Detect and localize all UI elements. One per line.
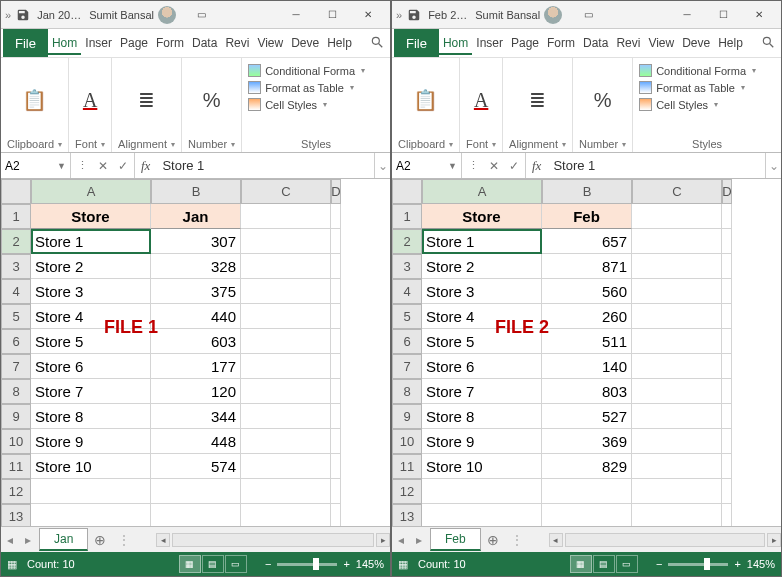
scroll-left-icon[interactable]: ◂	[549, 533, 563, 547]
cell-b8[interactable]: 120	[151, 379, 241, 404]
cell-13-2[interactable]	[241, 504, 331, 526]
cell-c9[interactable]	[632, 404, 722, 429]
cell-a10[interactable]: Store 9	[31, 429, 151, 454]
name-box[interactable]: ▼	[1, 153, 71, 178]
sheet-grid[interactable]: ABCD1StoreJan2Store 13073Store 23284Stor…	[1, 179, 341, 526]
row-header-7[interactable]: 7	[1, 354, 31, 379]
row-header-4[interactable]: 4	[1, 279, 31, 304]
cell-13-3[interactable]	[722, 504, 732, 526]
clipboard-icon[interactable]: 📋	[22, 88, 47, 112]
cell-d9[interactable]	[331, 404, 341, 429]
cell-b6[interactable]: 511	[542, 329, 632, 354]
header-month[interactable]: Jan	[151, 204, 241, 229]
cell-b2[interactable]: 657	[542, 229, 632, 254]
cell-d3[interactable]	[331, 254, 341, 279]
ribbon-tab-deve[interactable]: Deve	[287, 31, 323, 55]
fx-icon[interactable]: fx	[526, 158, 547, 174]
cell-a8[interactable]: Store 7	[31, 379, 151, 404]
row-header-11[interactable]: 11	[392, 454, 422, 479]
scroll-right-icon[interactable]: ▸	[767, 533, 781, 547]
qat-dots-icon[interactable]: »	[396, 9, 402, 21]
font-icon[interactable]: A	[83, 89, 97, 112]
col-header-C[interactable]: C	[241, 179, 331, 204]
cell-c4[interactable]	[241, 279, 331, 304]
ribbon-tab-hom[interactable]: Hom	[48, 31, 81, 55]
cell-d6[interactable]	[331, 329, 341, 354]
dots-icon[interactable]: ⋮	[468, 159, 479, 172]
cell-12-3[interactable]	[331, 479, 341, 504]
sheet-nav-next-icon[interactable]: ▸	[19, 527, 37, 552]
dots-icon[interactable]: ⋮	[77, 159, 88, 172]
cell-c8[interactable]	[241, 379, 331, 404]
cell-a6[interactable]: Store 5	[31, 329, 151, 354]
row-header-10[interactable]: 10	[1, 429, 31, 454]
cell-d5[interactable]	[331, 304, 341, 329]
cell-a3[interactable]: Store 2	[31, 254, 151, 279]
cell-a4[interactable]: Store 3	[31, 279, 151, 304]
formula-expand-icon[interactable]: ⌄	[765, 153, 781, 178]
row-header-2[interactable]: 2	[392, 229, 422, 254]
cell-d9[interactable]	[722, 404, 732, 429]
formula-input[interactable]: Store 1	[156, 153, 374, 178]
cell-13-3[interactable]	[331, 504, 341, 526]
cell-b4[interactable]: 375	[151, 279, 241, 304]
cell-d5[interactable]	[722, 304, 732, 329]
cell-c11[interactable]	[241, 454, 331, 479]
row-header-9[interactable]: 9	[392, 404, 422, 429]
cell-a10[interactable]: Store 9	[422, 429, 542, 454]
cell-d7[interactable]	[722, 354, 732, 379]
ribbon-tab-page[interactable]: Page	[116, 31, 152, 55]
close-button[interactable]: ✕	[350, 3, 386, 27]
cell-12-1[interactable]	[151, 479, 241, 504]
cell-styles-button[interactable]: Cell Styles▾	[248, 96, 384, 113]
horizontal-scrollbar[interactable]: ◂ ▸	[549, 533, 781, 547]
cell-c11[interactable]	[632, 454, 722, 479]
row-header-6[interactable]: 6	[392, 329, 422, 354]
sheet-grid[interactable]: ABCD1StoreFeb2Store 16573Store 28714Stor…	[392, 179, 732, 526]
ribbon-tab-deve[interactable]: Deve	[678, 31, 714, 55]
macro-record-icon[interactable]: ▦	[7, 558, 17, 571]
cell-c10[interactable]	[632, 429, 722, 454]
cell-d10[interactable]	[722, 429, 732, 454]
add-sheet-button[interactable]: ⊕	[481, 532, 505, 548]
cell-d4[interactable]	[331, 279, 341, 304]
cancel-icon[interactable]: ✕	[98, 159, 108, 173]
col-header-B[interactable]: B	[542, 179, 632, 204]
sheet-nav-prev-icon[interactable]: ◂	[392, 527, 410, 552]
normal-view-button[interactable]: ▦	[179, 555, 201, 573]
cell-d11[interactable]	[722, 454, 732, 479]
cell-c2[interactable]	[632, 229, 722, 254]
zoom-slider[interactable]	[668, 563, 728, 566]
row-header-8[interactable]: 8	[392, 379, 422, 404]
row-header-3[interactable]: 3	[392, 254, 422, 279]
col-header-B[interactable]: B	[151, 179, 241, 204]
row-header-1[interactable]: 1	[1, 204, 31, 229]
cell-c1[interactable]	[632, 204, 722, 229]
cell-a11[interactable]: Store 10	[422, 454, 542, 479]
row-header-5[interactable]: 5	[1, 304, 31, 329]
cell-c9[interactable]	[241, 404, 331, 429]
name-box-input[interactable]	[5, 159, 55, 173]
cell-c7[interactable]	[241, 354, 331, 379]
enter-icon[interactable]: ✓	[509, 159, 519, 173]
cell-13-1[interactable]	[542, 504, 632, 526]
ribbon-tab-view[interactable]: View	[644, 31, 678, 55]
cell-13-0[interactable]	[31, 504, 151, 526]
zoom-slider[interactable]	[277, 563, 337, 566]
header-month[interactable]: Feb	[542, 204, 632, 229]
file-tab[interactable]: File	[394, 29, 439, 57]
cell-b9[interactable]: 527	[542, 404, 632, 429]
cell-12-1[interactable]	[542, 479, 632, 504]
cell-13-2[interactable]	[632, 504, 722, 526]
col-header-C[interactable]: C	[632, 179, 722, 204]
page-break-view-button[interactable]: ▭	[616, 555, 638, 573]
scroll-track[interactable]	[172, 533, 374, 547]
horizontal-scrollbar[interactable]: ◂ ▸	[156, 533, 390, 547]
zoom-value[interactable]: 145%	[747, 558, 775, 570]
minimize-button[interactable]: ─	[669, 3, 705, 27]
cell-a11[interactable]: Store 10	[31, 454, 151, 479]
add-sheet-button[interactable]: ⊕	[88, 532, 112, 548]
cell-d1[interactable]	[722, 204, 732, 229]
cell-a4[interactable]: Store 3	[422, 279, 542, 304]
minimize-button[interactable]: ─	[278, 3, 314, 27]
